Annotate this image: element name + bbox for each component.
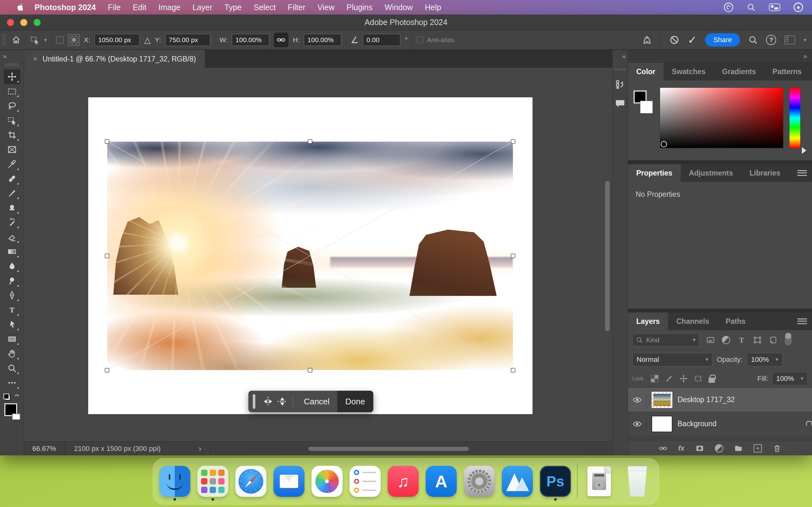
layer-name[interactable]: Background xyxy=(677,419,716,428)
warp-mode-icon[interactable] xyxy=(642,35,653,45)
move-tool[interactable] xyxy=(4,69,20,84)
dock-disk-image-file[interactable] xyxy=(583,463,616,500)
menu-window[interactable]: Window xyxy=(379,3,419,12)
healing-brush-tool[interactable] xyxy=(4,171,20,186)
lock-all-icon[interactable] xyxy=(709,378,715,383)
color-field-cursor[interactable] xyxy=(661,141,667,147)
eye-icon[interactable] xyxy=(632,395,642,405)
filter-adjustment-layers-icon[interactable] xyxy=(722,336,730,344)
layer-filter-kind-select[interactable]: Kind ▾ xyxy=(632,334,699,346)
layer-visibility-cell[interactable] xyxy=(628,388,647,412)
height-scale-input[interactable] xyxy=(304,34,341,46)
tab-properties[interactable]: Properties xyxy=(628,164,681,182)
dock-reminders[interactable] xyxy=(349,463,382,500)
history-brush-tool[interactable] xyxy=(4,215,20,230)
filter-smart-objects-icon[interactable] xyxy=(769,336,778,344)
tab-channels[interactable]: Channels xyxy=(668,313,717,330)
history-panel-icon[interactable] xyxy=(615,79,625,90)
flip-vertical-button[interactable] xyxy=(275,391,290,412)
close-tab-icon[interactable]: × xyxy=(33,55,38,63)
status-chevron-icon[interactable]: › xyxy=(199,444,201,453)
width-scale-input[interactable] xyxy=(232,34,269,46)
zoom-tool[interactable] xyxy=(4,361,20,376)
collapsed-strip-grip[interactable] xyxy=(615,68,625,71)
placed-image[interactable] xyxy=(107,142,513,370)
eraser-tool[interactable] xyxy=(4,230,20,244)
delete-layer-icon[interactable] xyxy=(773,444,781,453)
reference-point-locator[interactable] xyxy=(68,34,80,46)
hue-slider[interactable] xyxy=(789,88,801,148)
options-bar-grip[interactable] xyxy=(3,34,6,46)
creative-cloud-icon[interactable] xyxy=(724,3,733,12)
collapse-panels-icon[interactable]: » xyxy=(628,50,812,63)
flip-horizontal-button[interactable] xyxy=(261,391,275,412)
tab-layers[interactable]: Layers xyxy=(628,313,668,330)
search-icon[interactable] xyxy=(748,35,758,45)
expand-panels-icon[interactable]: « xyxy=(619,53,628,60)
commit-transform-icon[interactable]: ✓ xyxy=(688,34,697,46)
help-icon[interactable]: ? xyxy=(766,35,776,45)
marquee-tool[interactable] xyxy=(4,84,20,99)
filter-pixel-layers-icon[interactable] xyxy=(706,336,715,344)
menu-help[interactable]: Help xyxy=(419,3,447,12)
horizontal-scrollbar[interactable] xyxy=(308,447,469,451)
swap-colors-icon[interactable] xyxy=(13,393,20,401)
background-color-swatch[interactable] xyxy=(12,413,20,420)
opacity-select[interactable]: 100% ▾ xyxy=(747,353,782,366)
hand-tool[interactable] xyxy=(4,346,20,361)
menu-edit[interactable]: Edit xyxy=(126,3,152,12)
dock-music[interactable]: ♫ xyxy=(387,463,420,500)
dock-system-settings[interactable] xyxy=(463,463,496,500)
eyedropper-tool[interactable] xyxy=(4,157,20,171)
menu-file[interactable]: File xyxy=(102,3,126,12)
toolbar-expand-icon[interactable]: » xyxy=(0,53,6,60)
layer-filtering-toggle[interactable] xyxy=(785,335,792,345)
layer-thumbnail[interactable] xyxy=(652,392,672,408)
menu-filter[interactable]: Filter xyxy=(282,3,311,12)
lock-transparent-pixels-icon[interactable] xyxy=(651,375,658,383)
lasso-tool[interactable] xyxy=(4,99,20,113)
menu-plugins[interactable]: Plugins xyxy=(341,3,379,12)
rotation-angle-input[interactable] xyxy=(363,34,400,46)
zoom-level[interactable]: 66.67% xyxy=(24,442,65,455)
brush-tool[interactable] xyxy=(4,186,20,201)
layer-row-desktop[interactable]: Desktop 1717_32 xyxy=(628,388,812,412)
maintain-aspect-ratio-button[interactable] xyxy=(274,33,288,47)
add-layer-mask-icon[interactable] xyxy=(695,444,704,453)
toggle-reference-point-checkbox[interactable] xyxy=(56,36,64,44)
dock-mountain-app[interactable] xyxy=(501,463,534,500)
color-background-swatch[interactable] xyxy=(640,101,653,113)
dock-launchpad[interactable] xyxy=(196,463,229,500)
eye-icon[interactable] xyxy=(632,419,642,429)
properties-panel-menu-icon[interactable] xyxy=(798,170,807,176)
vertical-scrollbar[interactable] xyxy=(605,181,610,331)
anti-alias-option[interactable]: Anti-alias xyxy=(417,36,454,44)
menu-type[interactable]: Type xyxy=(218,3,248,12)
hue-slider-arrow[interactable] xyxy=(802,147,806,154)
clone-stamp-tool[interactable] xyxy=(4,201,20,215)
new-adjustment-layer-icon[interactable] xyxy=(715,444,723,452)
gradient-tool[interactable] xyxy=(4,244,20,259)
layer-visibility-cell[interactable] xyxy=(628,412,647,436)
x-position-input[interactable] xyxy=(95,34,140,46)
link-layers-icon[interactable] xyxy=(658,444,667,453)
fill-select[interactable]: 100% ▾ xyxy=(772,372,808,385)
menu-view[interactable]: View xyxy=(311,3,341,12)
transform-tool-icon[interactable] xyxy=(30,35,40,45)
dock-photos[interactable] xyxy=(310,463,344,500)
cancel-transform-icon[interactable] xyxy=(669,35,679,45)
default-colors-icon[interactable] xyxy=(3,394,10,400)
y-position-input[interactable] xyxy=(165,34,210,46)
filter-type-layers-icon[interactable]: T xyxy=(737,336,746,344)
lock-artboard-icon[interactable] xyxy=(694,375,702,383)
workspace-switcher-icon[interactable] xyxy=(784,36,795,44)
tab-swatches[interactable]: Swatches xyxy=(664,63,714,80)
share-button[interactable]: Share xyxy=(705,33,740,47)
new-layer-icon[interactable]: + xyxy=(754,444,762,452)
new-group-icon[interactable] xyxy=(734,444,743,453)
menu-app-name[interactable]: Photoshop 2024 xyxy=(29,3,102,12)
edit-toolbar-ellipsis[interactable] xyxy=(4,376,20,390)
dock-safari[interactable] xyxy=(235,463,267,500)
tab-gradients[interactable]: Gradients xyxy=(714,63,764,80)
layer-name[interactable]: Desktop 1717_32 xyxy=(677,395,734,404)
